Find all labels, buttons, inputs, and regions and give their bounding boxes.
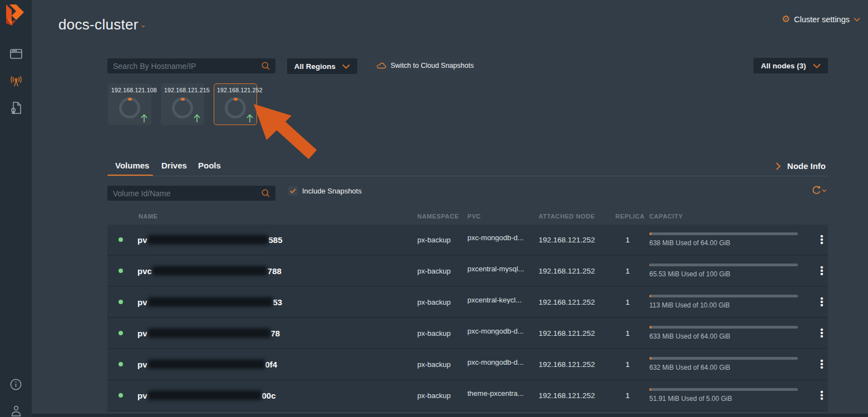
node-card[interactable]: 192.168.121.215 xyxy=(161,83,204,125)
row-menu-button[interactable]: ••• xyxy=(817,297,826,307)
info-icon[interactable] xyxy=(0,375,32,394)
volume-replica: 1 xyxy=(622,298,633,306)
include-snapshots-label: Include Snapshots xyxy=(302,187,362,195)
status-dot xyxy=(119,362,123,366)
node-usage-ring xyxy=(172,97,193,118)
usage-tick xyxy=(181,98,185,101)
volume-row[interactable]: pv78 px-backup pxc-mongodb-d... 192.168.… xyxy=(107,318,828,349)
volume-replica: 1 xyxy=(622,391,633,400)
volume-namespace: px-backup xyxy=(417,329,451,337)
node-info-label: Node Info xyxy=(787,161,826,171)
cluster-settings-label: Cluster settings xyxy=(794,15,850,24)
chevron-down-icon xyxy=(342,64,350,69)
tab-volumes[interactable]: Volumes xyxy=(115,161,149,170)
capacity-bar xyxy=(649,295,798,297)
annotation-arrow xyxy=(250,101,323,160)
dashboard-icon[interactable] xyxy=(0,44,32,63)
volume-pvc: theme-pxcentra... xyxy=(467,389,524,397)
regions-dropdown[interactable]: All Regions xyxy=(287,58,357,74)
col-capacity: CAPACITY xyxy=(649,213,683,220)
regions-label: All Regions xyxy=(294,62,336,71)
col-name: NAME xyxy=(139,213,158,220)
volume-pvc: pxc-mongodb-d... xyxy=(467,358,524,366)
volume-row[interactable]: pv00c px-backup theme-pxcentra... 192.16… xyxy=(107,380,828,411)
usage-tick xyxy=(128,98,132,101)
status-dot xyxy=(119,331,123,335)
row-menu-button[interactable]: ••• xyxy=(817,359,826,369)
node-info-toggle[interactable]: Node Info xyxy=(776,161,826,171)
capacity-text: 632 MiB Used of 64.00 GiB xyxy=(649,364,798,371)
node-card[interactable]: 192.168.121.252 xyxy=(214,83,257,125)
volume-row[interactable]: pvc788 px-backup pxcentral-mysql... 192.… xyxy=(107,256,828,287)
page-title[interactable]: docs-cluster⌄ xyxy=(58,16,146,33)
capacity-text: 638 MiB Used of 64.00 GiB xyxy=(649,239,798,247)
capacity-text: 113 MiB Used of 10.00 GiB xyxy=(649,301,798,309)
volume-name: pv00c xyxy=(137,391,276,400)
status-dot xyxy=(119,269,123,273)
host-search-input[interactable] xyxy=(113,62,262,71)
capacity-bar xyxy=(649,326,798,329)
volume-namespace: px-backup xyxy=(417,391,451,400)
chevron-down-icon xyxy=(813,63,821,68)
col-namespace: NAMESPACE xyxy=(417,213,459,220)
cloud-icon xyxy=(377,62,386,69)
volume-row[interactable]: pv0f4 px-backup pxc-mongodb-d... 192.168… xyxy=(107,349,828,380)
volume-name: pv585 xyxy=(137,235,283,245)
capacity-bar xyxy=(649,388,798,391)
row-menu-button[interactable]: ••• xyxy=(817,328,826,338)
all-nodes-label: All nodes (3) xyxy=(761,62,806,70)
row-menu-button[interactable]: ••• xyxy=(817,235,826,245)
volume-attached-node: 192.168.121.252 xyxy=(539,391,595,400)
sidebar xyxy=(0,0,32,417)
switch-cloud-snapshots-label: Switch to Cloud Snapshots xyxy=(391,62,474,70)
volume-name: pv78 xyxy=(137,329,280,338)
row-menu-button[interactable]: ••• xyxy=(817,390,826,400)
redacted-name xyxy=(148,360,265,369)
switch-cloud-snapshots-button[interactable]: Switch to Cloud Snapshots xyxy=(369,58,481,73)
capacity-bar xyxy=(649,357,798,360)
status-dot xyxy=(119,393,123,398)
redacted-name xyxy=(152,266,267,276)
row-menu-button[interactable]: ••• xyxy=(817,266,826,276)
tab-pools[interactable]: Pools xyxy=(198,161,221,170)
user-icon[interactable] xyxy=(0,401,32,417)
all-nodes-dropdown[interactable]: All nodes (3) xyxy=(753,58,828,73)
volume-search-input[interactable] xyxy=(113,189,262,198)
node-ip: 192.168.121.252 xyxy=(217,87,263,93)
status-dot xyxy=(119,300,123,304)
redacted-name xyxy=(148,391,262,400)
volume-attached-node: 192.168.121.252 xyxy=(539,267,595,275)
usage-tick xyxy=(234,98,238,101)
cluster-name: docs-cluster xyxy=(58,16,139,33)
col-pvc: PVC xyxy=(467,213,481,220)
refresh-button[interactable] xyxy=(811,185,827,196)
volume-pvc: pxc-mongodb-d... xyxy=(467,233,524,241)
volume-search-box xyxy=(107,186,275,201)
search-icon xyxy=(262,189,270,197)
volume-row[interactable]: pv53 px-backup pxcentral-keycl... 192.16… xyxy=(107,287,828,318)
chevron-down-icon xyxy=(854,17,860,22)
nodes-antenna-icon[interactable] xyxy=(0,72,32,91)
volume-capacity: 51.91 MiB Used of 5.00 GiB xyxy=(649,388,798,403)
volume-replica: 1 xyxy=(622,236,633,244)
volume-attached-node: 192.168.121.252 xyxy=(539,360,595,369)
gear-icon: ⚙ xyxy=(782,14,790,24)
capacity-text: 51.91 MiB Used of 5.00 GiB xyxy=(649,395,798,403)
volume-namespace: px-backup xyxy=(417,267,451,275)
volume-capacity: 633 MiB Used of 64.00 GiB xyxy=(649,326,798,340)
node-up-arrow-icon xyxy=(246,114,254,123)
node-up-arrow-icon xyxy=(140,114,148,123)
volume-attached-node: 192.168.121.252 xyxy=(539,329,595,337)
tab-drives[interactable]: Drives xyxy=(161,161,187,170)
volume-replica: 1 xyxy=(622,267,633,275)
volume-row[interactable]: pv585 px-backup pxc-mongodb-d... 192.168… xyxy=(107,225,828,256)
node-card[interactable]: 192.168.121.108 xyxy=(108,83,151,125)
cluster-settings-menu[interactable]: ⚙ Cluster settings xyxy=(782,14,860,24)
include-snapshots-checkbox[interactable] xyxy=(288,186,298,196)
volume-name: pv0f4 xyxy=(137,360,277,369)
volume-pvc: pxc-mongodb-d... xyxy=(467,326,524,335)
portworx-logo xyxy=(4,4,25,28)
chevron-right-icon xyxy=(776,162,781,170)
license-document-icon[interactable] xyxy=(0,98,32,117)
volume-name: pvc788 xyxy=(137,266,282,276)
